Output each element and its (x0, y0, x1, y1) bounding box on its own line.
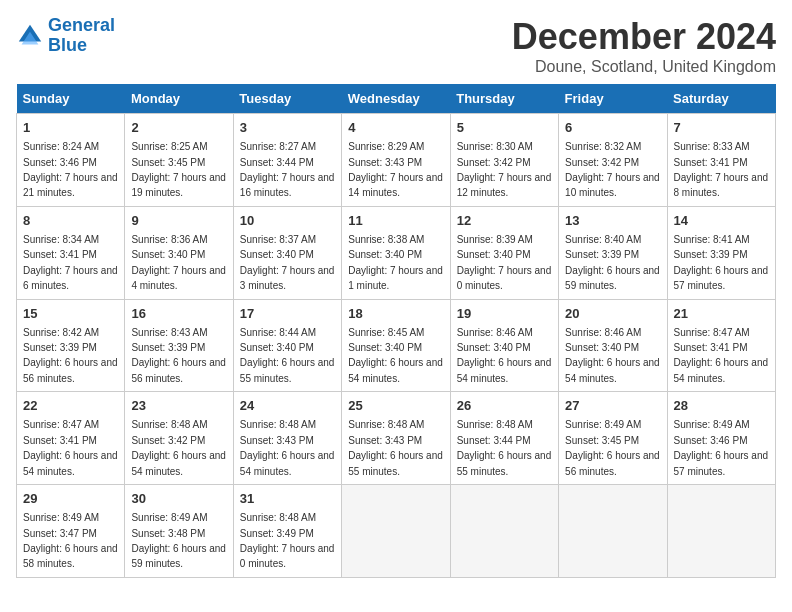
col-tuesday: Tuesday (233, 84, 341, 114)
sunrise-text: Sunrise: 8:27 AMSunset: 3:44 PMDaylight:… (240, 141, 335, 198)
sunrise-text: Sunrise: 8:48 AMSunset: 3:44 PMDaylight:… (457, 419, 552, 476)
col-thursday: Thursday (450, 84, 558, 114)
day-number: 2 (131, 119, 226, 137)
logo-icon (16, 22, 44, 50)
table-row: 10Sunrise: 8:37 AMSunset: 3:40 PMDayligh… (233, 206, 341, 299)
day-number: 21 (674, 305, 769, 323)
day-number: 30 (131, 490, 226, 508)
table-row: 11Sunrise: 8:38 AMSunset: 3:40 PMDayligh… (342, 206, 450, 299)
logo: General Blue (16, 16, 115, 56)
table-row: 29Sunrise: 8:49 AMSunset: 3:47 PMDayligh… (17, 485, 125, 578)
sunrise-text: Sunrise: 8:48 AMSunset: 3:49 PMDaylight:… (240, 512, 335, 569)
table-row: 23Sunrise: 8:48 AMSunset: 3:42 PMDayligh… (125, 392, 233, 485)
calendar-week-row: 22Sunrise: 8:47 AMSunset: 3:41 PMDayligh… (17, 392, 776, 485)
sunrise-text: Sunrise: 8:48 AMSunset: 3:43 PMDaylight:… (240, 419, 335, 476)
calendar-week-row: 8Sunrise: 8:34 AMSunset: 3:41 PMDaylight… (17, 206, 776, 299)
table-row: 17Sunrise: 8:44 AMSunset: 3:40 PMDayligh… (233, 299, 341, 392)
sunrise-text: Sunrise: 8:43 AMSunset: 3:39 PMDaylight:… (131, 327, 226, 384)
table-row: 22Sunrise: 8:47 AMSunset: 3:41 PMDayligh… (17, 392, 125, 485)
table-row (342, 485, 450, 578)
sunrise-text: Sunrise: 8:32 AMSunset: 3:42 PMDaylight:… (565, 141, 660, 198)
sunrise-text: Sunrise: 8:48 AMSunset: 3:43 PMDaylight:… (348, 419, 443, 476)
day-number: 4 (348, 119, 443, 137)
col-sunday: Sunday (17, 84, 125, 114)
day-number: 7 (674, 119, 769, 137)
day-number: 11 (348, 212, 443, 230)
day-number: 28 (674, 397, 769, 415)
day-number: 13 (565, 212, 660, 230)
day-number: 27 (565, 397, 660, 415)
day-number: 23 (131, 397, 226, 415)
sunrise-text: Sunrise: 8:38 AMSunset: 3:40 PMDaylight:… (348, 234, 443, 291)
sunrise-text: Sunrise: 8:36 AMSunset: 3:40 PMDaylight:… (131, 234, 226, 291)
sunrise-text: Sunrise: 8:46 AMSunset: 3:40 PMDaylight:… (565, 327, 660, 384)
day-number: 5 (457, 119, 552, 137)
calendar-week-row: 15Sunrise: 8:42 AMSunset: 3:39 PMDayligh… (17, 299, 776, 392)
day-number: 19 (457, 305, 552, 323)
day-number: 15 (23, 305, 118, 323)
table-row (559, 485, 667, 578)
table-row: 31Sunrise: 8:48 AMSunset: 3:49 PMDayligh… (233, 485, 341, 578)
day-number: 12 (457, 212, 552, 230)
day-number: 10 (240, 212, 335, 230)
table-row: 20Sunrise: 8:46 AMSunset: 3:40 PMDayligh… (559, 299, 667, 392)
col-saturday: Saturday (667, 84, 775, 114)
calendar-table: Sunday Monday Tuesday Wednesday Thursday… (16, 84, 776, 578)
table-row: 7Sunrise: 8:33 AMSunset: 3:41 PMDaylight… (667, 114, 775, 207)
table-row: 1Sunrise: 8:24 AMSunset: 3:46 PMDaylight… (17, 114, 125, 207)
day-number: 1 (23, 119, 118, 137)
day-number: 22 (23, 397, 118, 415)
table-row: 19Sunrise: 8:46 AMSunset: 3:40 PMDayligh… (450, 299, 558, 392)
day-number: 20 (565, 305, 660, 323)
day-number: 6 (565, 119, 660, 137)
sunrise-text: Sunrise: 8:49 AMSunset: 3:46 PMDaylight:… (674, 419, 769, 476)
table-row: 5Sunrise: 8:30 AMSunset: 3:42 PMDaylight… (450, 114, 558, 207)
col-friday: Friday (559, 84, 667, 114)
sunrise-text: Sunrise: 8:39 AMSunset: 3:40 PMDaylight:… (457, 234, 552, 291)
location-subtitle: Doune, Scotland, United Kingdom (512, 58, 776, 76)
day-number: 14 (674, 212, 769, 230)
sunrise-text: Sunrise: 8:40 AMSunset: 3:39 PMDaylight:… (565, 234, 660, 291)
table-row: 24Sunrise: 8:48 AMSunset: 3:43 PMDayligh… (233, 392, 341, 485)
table-row: 2Sunrise: 8:25 AMSunset: 3:45 PMDaylight… (125, 114, 233, 207)
col-monday: Monday (125, 84, 233, 114)
sunrise-text: Sunrise: 8:41 AMSunset: 3:39 PMDaylight:… (674, 234, 769, 291)
sunrise-text: Sunrise: 8:49 AMSunset: 3:48 PMDaylight:… (131, 512, 226, 569)
table-row (450, 485, 558, 578)
calendar-header-row: Sunday Monday Tuesday Wednesday Thursday… (17, 84, 776, 114)
day-number: 8 (23, 212, 118, 230)
table-row: 14Sunrise: 8:41 AMSunset: 3:39 PMDayligh… (667, 206, 775, 299)
sunrise-text: Sunrise: 8:37 AMSunset: 3:40 PMDaylight:… (240, 234, 335, 291)
sunrise-text: Sunrise: 8:24 AMSunset: 3:46 PMDaylight:… (23, 141, 118, 198)
table-row: 12Sunrise: 8:39 AMSunset: 3:40 PMDayligh… (450, 206, 558, 299)
table-row: 30Sunrise: 8:49 AMSunset: 3:48 PMDayligh… (125, 485, 233, 578)
table-row: 4Sunrise: 8:29 AMSunset: 3:43 PMDaylight… (342, 114, 450, 207)
sunrise-text: Sunrise: 8:30 AMSunset: 3:42 PMDaylight:… (457, 141, 552, 198)
day-number: 18 (348, 305, 443, 323)
day-number: 29 (23, 490, 118, 508)
day-number: 3 (240, 119, 335, 137)
day-number: 31 (240, 490, 335, 508)
table-row: 27Sunrise: 8:49 AMSunset: 3:45 PMDayligh… (559, 392, 667, 485)
table-row: 6Sunrise: 8:32 AMSunset: 3:42 PMDaylight… (559, 114, 667, 207)
table-row: 28Sunrise: 8:49 AMSunset: 3:46 PMDayligh… (667, 392, 775, 485)
sunrise-text: Sunrise: 8:49 AMSunset: 3:47 PMDaylight:… (23, 512, 118, 569)
table-row: 15Sunrise: 8:42 AMSunset: 3:39 PMDayligh… (17, 299, 125, 392)
title-block: December 2024 Doune, Scotland, United Ki… (512, 16, 776, 76)
table-row: 3Sunrise: 8:27 AMSunset: 3:44 PMDaylight… (233, 114, 341, 207)
day-number: 26 (457, 397, 552, 415)
day-number: 24 (240, 397, 335, 415)
sunrise-text: Sunrise: 8:34 AMSunset: 3:41 PMDaylight:… (23, 234, 118, 291)
sunrise-text: Sunrise: 8:47 AMSunset: 3:41 PMDaylight:… (674, 327, 769, 384)
page-header: General Blue December 2024 Doune, Scotla… (16, 16, 776, 76)
table-row: 21Sunrise: 8:47 AMSunset: 3:41 PMDayligh… (667, 299, 775, 392)
day-number: 16 (131, 305, 226, 323)
sunrise-text: Sunrise: 8:29 AMSunset: 3:43 PMDaylight:… (348, 141, 443, 198)
table-row: 9Sunrise: 8:36 AMSunset: 3:40 PMDaylight… (125, 206, 233, 299)
table-row: 18Sunrise: 8:45 AMSunset: 3:40 PMDayligh… (342, 299, 450, 392)
month-title: December 2024 (512, 16, 776, 58)
sunrise-text: Sunrise: 8:42 AMSunset: 3:39 PMDaylight:… (23, 327, 118, 384)
table-row: 26Sunrise: 8:48 AMSunset: 3:44 PMDayligh… (450, 392, 558, 485)
sunrise-text: Sunrise: 8:45 AMSunset: 3:40 PMDaylight:… (348, 327, 443, 384)
col-wednesday: Wednesday (342, 84, 450, 114)
